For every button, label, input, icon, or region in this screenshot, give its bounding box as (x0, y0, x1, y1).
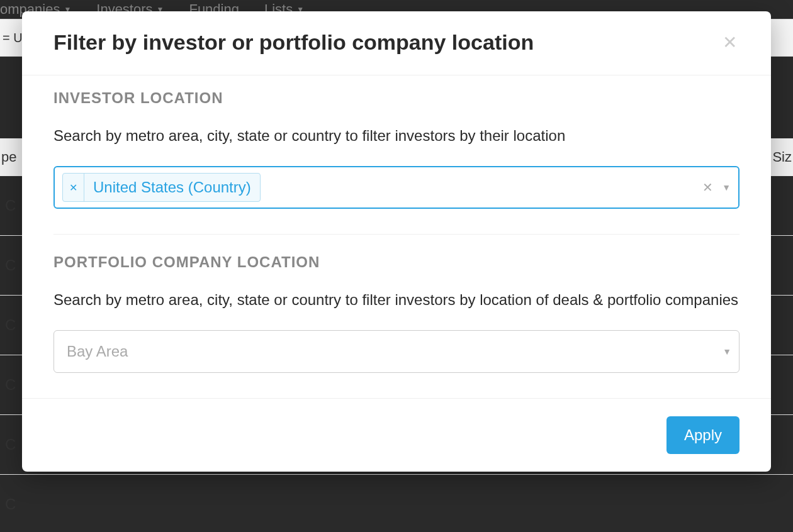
investor-location-section: INVESTOR LOCATION Search by metro area, … (53, 89, 740, 234)
apply-button[interactable]: Apply (666, 416, 740, 454)
tags-container: Bay Area (62, 340, 723, 363)
portfolio-location-input[interactable]: Bay Area ▼ (53, 330, 740, 373)
section-description: Search by metro area, city, state or cou… (53, 289, 740, 311)
modal-body: INVESTOR LOCATION Search by metro area, … (22, 75, 771, 398)
investor-location-input[interactable]: ✕ United States (Country) ✕ ▼ (53, 166, 740, 209)
tags-container: ✕ United States (Country) (62, 173, 702, 202)
input-controls: ▼ (723, 346, 731, 357)
portfolio-location-section: PORTFOLIO COMPANY LOCATION Search by met… (53, 234, 740, 398)
modal-header: Filter by investor or portfolio company … (22, 11, 771, 75)
input-controls: ✕ ▼ (702, 180, 731, 195)
location-tag: ✕ United States (Country) (62, 173, 261, 202)
modal-overlay: Filter by investor or portfolio company … (0, 0, 793, 532)
placeholder: Bay Area (62, 340, 133, 363)
close-icon[interactable]: ✕ (720, 31, 740, 54)
section-label: INVESTOR LOCATION (53, 89, 740, 107)
section-label: PORTFOLIO COMPANY LOCATION (53, 253, 740, 271)
location-filter-modal: Filter by investor or portfolio company … (22, 11, 771, 472)
clear-all-icon[interactable]: ✕ (702, 180, 713, 195)
tag-label: United States (Country) (84, 174, 260, 201)
modal-footer: Apply (22, 398, 771, 472)
section-description: Search by metro area, city, state or cou… (53, 125, 740, 147)
chevron-down-icon[interactable]: ▼ (722, 182, 731, 192)
tag-remove-icon[interactable]: ✕ (63, 174, 84, 201)
chevron-down-icon[interactable]: ▼ (723, 346, 731, 357)
modal-title: Filter by investor or portfolio company … (53, 30, 534, 55)
